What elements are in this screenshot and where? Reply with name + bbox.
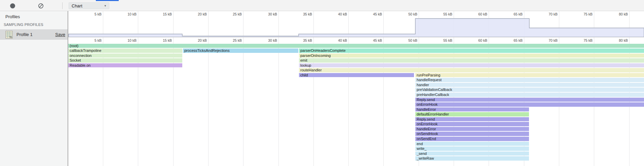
flame-bar-preHandlerCallback[interactable]: preHandlerCallback xyxy=(415,93,644,97)
sidebar-title: Profiles xyxy=(5,14,20,19)
flame-bar-Readable.on[interactable]: Readable.on xyxy=(68,63,182,68)
ruler-tick-label: 80 kB xyxy=(608,38,628,42)
ruler-tick-label: 70 kB xyxy=(537,38,558,42)
flame-chart-panel: 5 kB10 kB15 kB20 kB25 kB30 kB35 kB40 kB4… xyxy=(68,11,644,166)
flame-bar-Socket[interactable]: Socket xyxy=(68,58,182,63)
ruler-tick-label: 50 kB xyxy=(397,38,417,42)
profile-name: Profile 1 xyxy=(16,32,55,37)
flame-bar-emit[interactable]: emit xyxy=(299,58,644,63)
record-icon xyxy=(10,3,15,8)
flame-bar-lookup[interactable]: lookup xyxy=(299,63,644,68)
ruler-tick-label: 65 kB xyxy=(502,38,523,42)
flame-bar-child[interactable]: child xyxy=(299,73,414,77)
flame-bar-handleError[interactable]: handleError xyxy=(415,127,529,131)
svg-text:%: % xyxy=(9,35,12,38)
flame-bar-handler[interactable]: handler xyxy=(415,83,644,87)
flame-bar-onSendEnd[interactable]: onSendEnd xyxy=(415,137,529,141)
ruler-tick-label: 35 kB xyxy=(292,38,312,42)
sampling-profiles-section-label: SAMPLING PROFILES xyxy=(4,23,43,27)
clear-profiles-button[interactable] xyxy=(37,2,45,10)
devtools-profiler-window: { "toolbar": { "record_tooltip": "record… xyxy=(0,0,644,166)
flame-bar-runPreParsing[interactable]: runPreParsing xyxy=(415,73,644,77)
ruler-tick-label: 25 kB xyxy=(222,38,242,42)
flame-bar-processTicksAndRejections[interactable]: processTicksAndRejections xyxy=(183,48,298,53)
allocation-overview-area[interactable] xyxy=(68,15,644,37)
ruler-tick-label: 20 kB xyxy=(187,38,207,42)
flame-bar-_send[interactable]: _send xyxy=(415,152,529,156)
ruler-tick-label: 5 kB xyxy=(81,38,102,42)
record-button[interactable] xyxy=(8,2,16,10)
flame-bar-Reply.send[interactable]: Reply.send xyxy=(415,117,529,122)
chevron-down-icon: ▼ xyxy=(104,4,109,7)
flame-bar-handleRequest[interactable]: handleRequest xyxy=(415,78,644,82)
ruler-tick-label: 75 kB xyxy=(572,38,593,42)
toolbar-divider xyxy=(62,2,63,9)
overview-area-shape xyxy=(69,19,644,37)
profiles-sidebar: Profiles SAMPLING PROFILES % Profile 1 S… xyxy=(0,11,68,166)
flame-bar-end[interactable]: end xyxy=(415,142,529,146)
ruler-tick-label: 30 kB xyxy=(257,38,277,42)
ruler-tick-label: 40 kB xyxy=(327,38,347,42)
grid-line xyxy=(208,37,209,166)
ruler-tick-label: 45 kB xyxy=(362,38,382,42)
flame-bar-callbackTrampoline[interactable]: callbackTrampoline xyxy=(68,48,182,53)
flame-bar-_writeRaw[interactable]: _writeRaw xyxy=(415,156,529,161)
flame-bar-write_[interactable]: write_ xyxy=(415,146,529,151)
flame-bar-parserOnHeadersComplete[interactable]: parserOnHeadersComplete xyxy=(299,48,644,53)
ruler-tick-label: 15 kB xyxy=(152,38,172,42)
flame-bar-defaultErrorHandler[interactable]: defaultErrorHandler xyxy=(415,112,529,117)
view-mode-select[interactable]: Chart ▼ xyxy=(69,2,109,9)
flame-bar-onconnection[interactable]: onconnection xyxy=(68,54,182,58)
grid-line xyxy=(278,37,279,166)
flame-bar-onErrorHook[interactable]: onErrorHook xyxy=(415,122,529,126)
ruler-tick-label: 10 kB xyxy=(116,38,137,42)
flame-bar-Reply.send[interactable]: Reply.send xyxy=(415,98,644,102)
flame-bar-onErrorHook[interactable]: onErrorHook xyxy=(415,102,644,107)
flame-bar-handleError[interactable]: handleError xyxy=(415,107,529,112)
top-accent-bar xyxy=(96,0,119,1)
ruler-tick-label: 55 kB xyxy=(432,38,452,42)
flame-bar-parserOnIncoming[interactable]: parserOnIncoming xyxy=(299,54,644,58)
flame-bar-preValidationCallback[interactable]: preValidationCallback xyxy=(415,88,644,92)
flame-bar-routeHandler[interactable]: routeHandler xyxy=(299,68,644,72)
ruler-tick-label: 60 kB xyxy=(467,38,487,42)
block-icon xyxy=(38,3,44,9)
grid-line xyxy=(243,37,243,166)
sidebar-item-profile-1[interactable]: % Profile 1 Save xyxy=(0,29,68,40)
save-profile-link[interactable]: Save xyxy=(55,32,65,37)
overview-flame-divider xyxy=(68,37,644,37)
toolbar: Chart ▼ xyxy=(0,0,644,11)
flame-bar-onSendHook[interactable]: onSendHook xyxy=(415,132,529,136)
flame-bar-root[interactable]: (root) xyxy=(68,44,644,48)
view-mode-value: Chart xyxy=(69,3,104,8)
profile-document-icon: % xyxy=(5,31,13,39)
